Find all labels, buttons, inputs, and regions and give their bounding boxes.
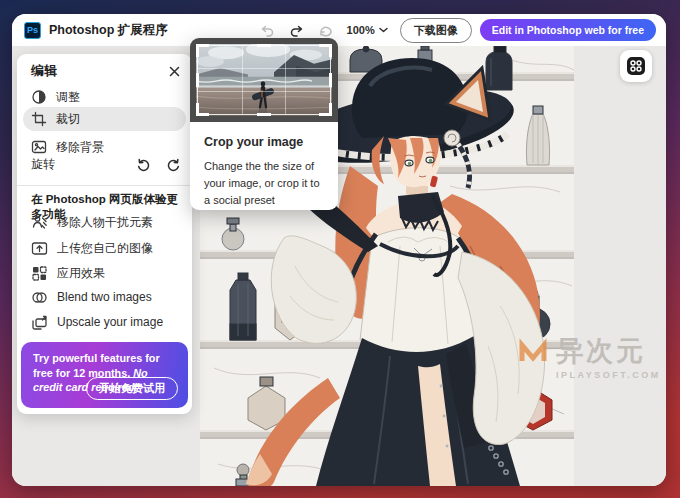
start-free-trial-button[interactable]: 开始免费试用: [86, 377, 178, 400]
crop-tooltip: Crop your image Change the the size of y…: [190, 38, 338, 210]
panel-title: 编辑: [31, 62, 57, 80]
tooltip-title: Crop your image: [204, 135, 324, 149]
adjust-icon: [31, 89, 47, 105]
crop-handle-icon[interactable]: [319, 103, 332, 116]
header-bar: Ps Photoshop 扩展程序 100% 下载图像 Edit in Phot…: [12, 14, 666, 46]
undo-icon[interactable]: [259, 21, 277, 39]
rotate-label: 旋转: [31, 156, 55, 173]
desktop-background: Ps Photoshop 扩展程序 100% 下载图像 Edit in Phot…: [0, 0, 680, 498]
upload-image-icon: [31, 240, 48, 257]
tool-crop[interactable]: 裁切: [23, 107, 186, 131]
edit-in-photoshop-button[interactable]: Edit in Photoshop web for free: [480, 19, 656, 41]
feature-remove-people[interactable]: 移除人物干扰元素: [23, 210, 186, 234]
zoom-level-dropdown[interactable]: 100%: [347, 24, 388, 36]
rotate-cw-icon[interactable]: [164, 155, 182, 173]
rotate-ccw-icon[interactable]: [134, 155, 152, 173]
redo-icon[interactable]: [288, 21, 306, 39]
blend-images-icon: [31, 289, 48, 306]
tool-adjust[interactable]: 调整: [23, 85, 186, 109]
feature-upload-image[interactable]: 上传您自己的图像: [23, 236, 186, 260]
crop-tooltip-thumbnail: [190, 38, 338, 122]
feature-blend-images[interactable]: Blend two images: [23, 285, 186, 309]
apply-effects-icon: [31, 265, 48, 282]
app-title: Photoshop 扩展程序: [49, 22, 168, 39]
feature-upscale-image[interactable]: Upscale your image: [23, 310, 186, 334]
ps-logo: Ps: [24, 22, 41, 39]
close-icon[interactable]: [166, 63, 182, 79]
upscale-image-icon: [31, 314, 48, 331]
photoshop-extension-window: Ps Photoshop 扩展程序 100% 下载图像 Edit in Phot…: [12, 14, 666, 486]
remove-people-icon: [31, 214, 48, 231]
crop-overlay[interactable]: [197, 45, 331, 115]
panel-divider: [17, 185, 192, 186]
tooltip-body: Change the the size of your image, or cr…: [204, 158, 324, 209]
chevron-down-icon: [379, 27, 388, 33]
feature-apply-effects[interactable]: 应用效果: [23, 261, 186, 285]
zoom-level-value: 100%: [347, 24, 375, 36]
crop-handle-icon[interactable]: [196, 44, 209, 57]
download-image-button[interactable]: 下载图像: [400, 18, 472, 43]
edit-panel: 编辑 调整 裁切: [17, 54, 192, 414]
crop-handle-icon[interactable]: [196, 103, 209, 116]
crop-icon: [31, 111, 47, 127]
trial-promo-card: Try powerful features for free for 12 mo…: [21, 342, 188, 408]
rotate-row: 旋转: [23, 152, 182, 176]
apps-grid-icon: [626, 56, 646, 76]
revert-icon[interactable]: [317, 21, 335, 39]
crop-handle-icon[interactable]: [319, 44, 332, 57]
apps-grid-button[interactable]: [620, 50, 652, 82]
